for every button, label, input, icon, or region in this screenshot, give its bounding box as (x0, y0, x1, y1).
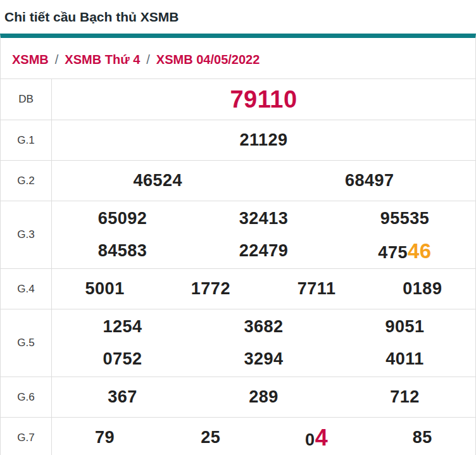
value-line: 79110 (52, 80, 475, 118)
prize-label: G.7 (1, 418, 52, 455)
prize-value: 1772 (158, 279, 263, 299)
prize-value: 84583 (52, 241, 193, 261)
prize-label: G.2 (1, 161, 52, 201)
value-segment: 95535 (380, 209, 430, 228)
breadcrumb-separator: / (55, 53, 59, 67)
prize-label: G.4 (1, 269, 52, 309)
prize-value: 367 (52, 387, 193, 407)
value-segment: 68497 (345, 171, 394, 190)
prize-row: G.24652468497 (1, 160, 475, 201)
prize-value: 4011 (334, 349, 475, 369)
prize-row: G.5125436829051075232944011 (1, 309, 475, 377)
value-segment: 84583 (98, 241, 147, 260)
prize-value: 3682 (193, 317, 334, 337)
value-segment: 32413 (239, 209, 289, 228)
prize-label: G.5 (1, 309, 52, 377)
prize-value: 47546 (334, 239, 475, 263)
breadcrumb-link-xsmb[interactable]: XSMB (12, 53, 49, 67)
prize-row: G.6367289712 (1, 377, 475, 417)
prize-value: 289 (193, 387, 334, 407)
value-segment: 21129 (239, 130, 287, 149)
breadcrumb-link-weekday[interactable]: XSMB Thứ 4 (65, 53, 140, 67)
breadcrumb-link-date[interactable]: XSMB 04/05/2022 (156, 53, 260, 67)
highlight-digit: 4 (315, 425, 329, 451)
value-segment: 3294 (244, 349, 283, 368)
prize-values: 21129 (52, 120, 475, 160)
prize-values: 4652468497 (52, 161, 475, 201)
breadcrumb-separator: / (146, 53, 150, 67)
prize-values: 367289712 (52, 377, 475, 417)
highlight-digit: 46 (408, 239, 432, 263)
value-segment: 85 (413, 428, 432, 447)
value-segment: 22479 (239, 241, 289, 260)
value-segment: 1772 (191, 279, 230, 298)
value-segment: 0 (305, 430, 315, 449)
prize-values: 5001177277110189 (52, 269, 475, 309)
value-line: 367289712 (52, 378, 475, 416)
prize-value: 65092 (52, 209, 193, 228)
prize-value: 1254 (52, 317, 193, 337)
prize-value: 7711 (264, 279, 370, 299)
prize-value: 95535 (334, 209, 475, 228)
prize-row: G.3650923241395535845832247947546 (1, 201, 475, 268)
prize-value: 68497 (264, 171, 476, 190)
highlight-digit: 79110 (230, 86, 297, 113)
prize-table: DB79110G.121129G.24652468497G.3650923241… (1, 79, 475, 455)
prize-value: 5001 (52, 279, 158, 299)
value-line: 5001177277110189 (52, 270, 475, 308)
value-line: 4652468497 (52, 162, 475, 199)
prize-value: 0752 (52, 349, 193, 369)
value-line: 79250485 (52, 419, 475, 455)
value-line: 650923241395535 (52, 203, 475, 235)
value-line: 075232944011 (52, 343, 475, 375)
prize-label: G.6 (1, 377, 52, 417)
prize-value: 9051 (334, 317, 475, 337)
prize-value: 46524 (52, 171, 264, 190)
value-segment: 3682 (244, 317, 283, 336)
value-segment: 25 (201, 428, 220, 447)
prize-values: 125436829051075232944011 (52, 309, 475, 377)
value-segment: 46524 (133, 171, 182, 190)
value-segment: 475 (378, 243, 408, 262)
page-title: Chi tiết cầu Bạch thủ XSMB (4, 8, 476, 25)
prize-values: 79250485 (52, 418, 475, 455)
prize-row: G.121129 (1, 120, 475, 160)
prize-values: 79110 (52, 79, 475, 120)
value-segment: 367 (108, 387, 137, 406)
prize-label: DB (1, 79, 52, 120)
value-segment: 1254 (103, 317, 142, 336)
prize-values: 650923241395535845832247947546 (52, 201, 475, 268)
value-segment: 65092 (98, 209, 147, 228)
prize-value: 85 (370, 428, 475, 447)
prize-value: 21129 (52, 130, 475, 150)
value-segment: 712 (390, 387, 420, 406)
value-segment: 0189 (403, 279, 442, 298)
value-line: 21129 (52, 122, 475, 159)
value-line: 845832247947546 (52, 235, 475, 267)
prize-value: 79 (52, 428, 158, 447)
prize-value: 25 (158, 428, 263, 447)
prize-value: 32413 (193, 209, 334, 228)
prize-value: 0189 (370, 279, 475, 299)
prize-row: G.45001177277110189 (1, 268, 475, 309)
value-segment: 289 (249, 387, 279, 406)
value-line: 125436829051 (52, 311, 475, 343)
prize-row: DB79110 (1, 79, 475, 120)
value-segment: 9051 (385, 317, 424, 336)
prize-row: G.779250485 (1, 417, 475, 455)
prize-label: G.1 (1, 120, 52, 160)
value-segment: 0752 (103, 349, 142, 368)
value-segment: 5001 (85, 279, 125, 298)
prize-value: 3294 (193, 349, 334, 369)
breadcrumb: XSMB / XSMB Thứ 4 / XSMB 04/05/2022 (1, 38, 475, 79)
value-segment: 7711 (298, 279, 336, 298)
value-segment: 79 (95, 428, 115, 447)
prize-value: 04 (264, 425, 370, 451)
results-card: XSMB / XSMB Thứ 4 / XSMB 04/05/2022 DB79… (0, 34, 476, 455)
prize-value: 22479 (193, 241, 334, 261)
value-segment: 4011 (385, 349, 424, 368)
prize-value: 79110 (52, 86, 475, 113)
prize-value: 712 (334, 387, 475, 407)
prize-label: G.3 (1, 201, 52, 268)
